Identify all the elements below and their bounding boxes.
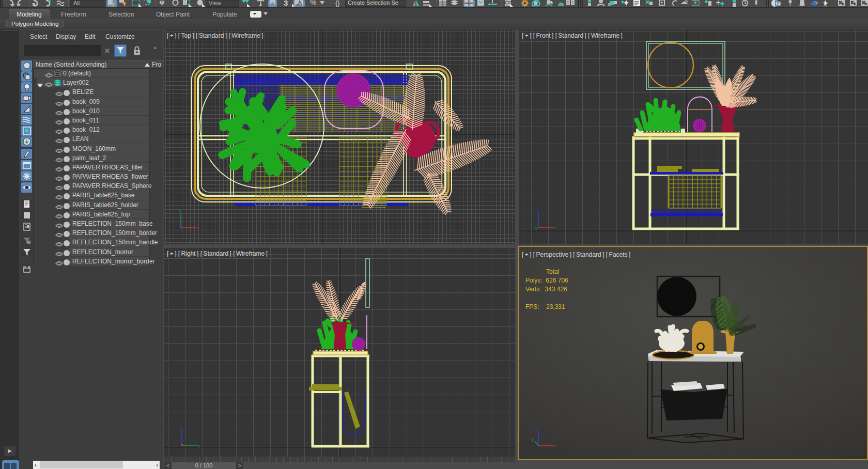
svg-text:z: z [537, 427, 539, 431]
svg-text:y: y [532, 437, 534, 442]
svg-text:z: z [537, 208, 539, 213]
svg-text:z: z [180, 426, 182, 431]
svg-text:y: y [179, 209, 181, 213]
svg-text:x: x [554, 225, 556, 230]
svg-text:x: x [197, 226, 199, 230]
svg-text:y: y [198, 443, 200, 448]
svg-text:y: y [535, 226, 537, 230]
svg-text:x: x [554, 444, 556, 448]
